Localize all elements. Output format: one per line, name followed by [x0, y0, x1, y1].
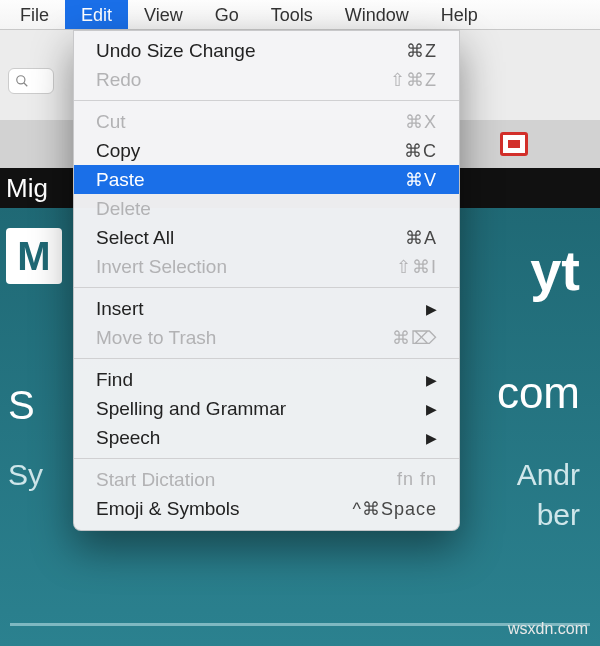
edit-dropdown: Undo Size Change ⌘Z Redo ⇧⌘Z Cut ⌘X Copy…: [73, 30, 460, 531]
title-fragment: Mig: [6, 173, 48, 203]
menu-item-copy[interactable]: Copy ⌘C: [74, 136, 459, 165]
menu-go[interactable]: Go: [199, 0, 255, 29]
menu-help[interactable]: Help: [425, 0, 494, 29]
menu-edit[interactable]: Edit: [65, 0, 128, 29]
menu-item-label: Paste: [96, 169, 145, 191]
menu-separator: [74, 458, 459, 459]
bg-text: com: [497, 368, 580, 418]
menu-item-shortcut: ⌘A: [405, 227, 437, 249]
divider-line: [10, 623, 590, 626]
logo-badge: M: [6, 228, 62, 284]
bg-text: Andr: [517, 458, 580, 492]
menu-item-label: Emoji & Symbols: [96, 498, 240, 520]
menu-item-invert-selection: Invert Selection ⇧⌘I: [74, 252, 459, 281]
menu-item-label: Insert: [96, 298, 144, 320]
menubar: File Edit View Go Tools Window Help: [0, 0, 600, 30]
menu-item-spelling[interactable]: Spelling and Grammar ▶: [74, 394, 459, 423]
search-icon: [15, 74, 29, 88]
submenu-arrow-icon: ▶: [426, 301, 437, 317]
menu-file[interactable]: File: [4, 0, 65, 29]
menu-item-select-all[interactable]: Select All ⌘A: [74, 223, 459, 252]
menu-item-shortcut: ⇧⌘I: [396, 256, 437, 278]
menu-item-label: Undo Size Change: [96, 40, 256, 62]
bg-text: S: [8, 383, 35, 428]
menu-item-label: Select All: [96, 227, 174, 249]
menu-item-shortcut: ⌘C: [404, 140, 437, 162]
swatch-red[interactable]: [500, 132, 528, 156]
menu-item-label: Copy: [96, 140, 140, 162]
menu-item-shortcut: fn fn: [397, 469, 437, 490]
menu-view[interactable]: View: [128, 0, 199, 29]
svg-line-1: [24, 83, 28, 87]
menu-item-start-dictation: Start Dictation fn fn: [74, 465, 459, 494]
menu-separator: [74, 358, 459, 359]
menu-item-label: Find: [96, 369, 133, 391]
submenu-arrow-icon: ▶: [426, 401, 437, 417]
menu-separator: [74, 287, 459, 288]
menu-item-shortcut: ⌘Z: [406, 40, 437, 62]
menu-item-label: Spelling and Grammar: [96, 398, 286, 420]
menu-item-find[interactable]: Find ▶: [74, 365, 459, 394]
menu-item-label: Delete: [96, 198, 151, 220]
menu-item-cut: Cut ⌘X: [74, 107, 459, 136]
menu-item-label: Start Dictation: [96, 469, 215, 491]
menu-item-undo[interactable]: Undo Size Change ⌘Z: [74, 36, 459, 65]
bg-text: ber: [537, 498, 580, 532]
menu-item-shortcut: ⇧⌘Z: [390, 69, 437, 91]
menu-item-speech[interactable]: Speech ▶: [74, 423, 459, 452]
menu-item-emoji-symbols[interactable]: Emoji & Symbols ^⌘Space: [74, 494, 459, 523]
bg-text: yt: [530, 238, 580, 303]
menu-item-label: Move to Trash: [96, 327, 216, 349]
submenu-arrow-icon: ▶: [426, 430, 437, 446]
menu-tools[interactable]: Tools: [255, 0, 329, 29]
menu-separator: [74, 100, 459, 101]
menu-item-move-to-trash: Move to Trash ⌘⌦: [74, 323, 459, 352]
svg-point-0: [17, 76, 25, 84]
menu-item-shortcut: ⌘X: [405, 111, 437, 133]
menu-window[interactable]: Window: [329, 0, 425, 29]
menu-item-insert[interactable]: Insert ▶: [74, 294, 459, 323]
menu-item-paste[interactable]: Paste ⌘V: [74, 165, 459, 194]
menu-item-shortcut: ^⌘Space: [353, 498, 437, 520]
menu-item-redo: Redo ⇧⌘Z: [74, 65, 459, 94]
menu-item-shortcut: ⌘⌦: [392, 327, 437, 349]
watermark: wsxdn.com: [508, 620, 588, 638]
submenu-arrow-icon: ▶: [426, 372, 437, 388]
menu-item-label: Speech: [96, 427, 160, 449]
menu-item-label: Redo: [96, 69, 141, 91]
menu-item-label: Cut: [96, 111, 126, 133]
menu-item-delete: Delete: [74, 194, 459, 223]
menu-item-shortcut: ⌘V: [405, 169, 437, 191]
bg-text: Sy: [8, 458, 43, 492]
menu-item-label: Invert Selection: [96, 256, 227, 278]
search-field[interactable]: [8, 68, 54, 94]
